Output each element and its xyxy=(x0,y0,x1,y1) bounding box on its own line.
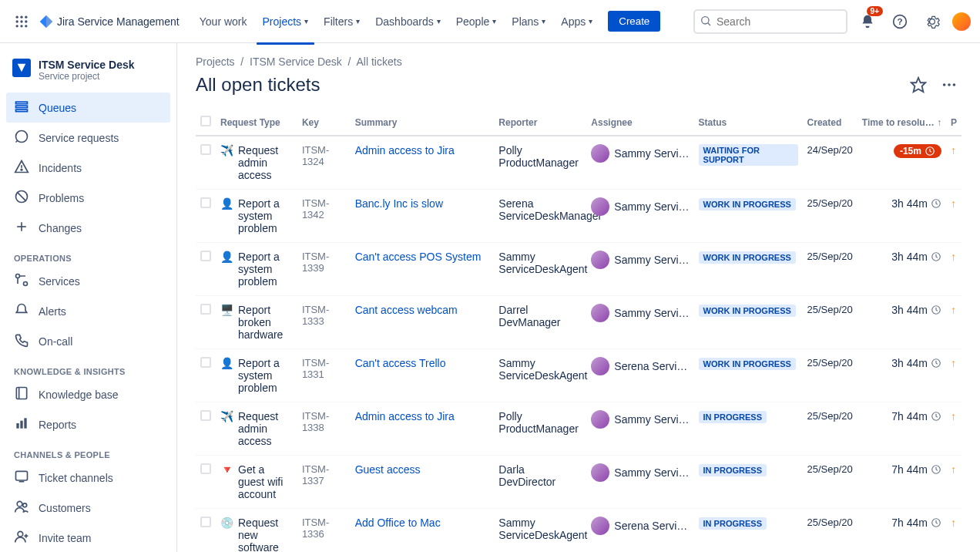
issue-summary[interactable]: Guest access xyxy=(351,456,495,509)
issue-key[interactable]: ITSM-1338 xyxy=(297,402,351,456)
column-header[interactable]: Status xyxy=(694,109,803,136)
issue-key[interactable]: ITSM-1331 xyxy=(297,349,351,402)
table-row[interactable]: 👤Report a system problemITSM-1342Banc.ly… xyxy=(196,190,962,243)
issue-summary[interactable]: Admin access to Jira xyxy=(351,402,495,456)
help-icon[interactable]: ? xyxy=(888,9,912,34)
issue-summary[interactable]: Admin access to Jira xyxy=(351,136,495,190)
row-checkbox[interactable] xyxy=(200,357,211,368)
svg-point-33 xyxy=(18,531,23,537)
sidebar-item-on-call[interactable]: On-call xyxy=(6,326,170,356)
column-header[interactable]: Request Type xyxy=(216,109,297,136)
column-header[interactable]: Summary xyxy=(351,109,495,136)
nav-item-your-work[interactable]: Your work xyxy=(193,11,253,32)
row-checkbox[interactable] xyxy=(200,463,211,474)
status-badge[interactable]: IN PROGRESS xyxy=(699,517,767,530)
issue-key[interactable]: ITSM-1342 xyxy=(297,190,351,243)
status-badge[interactable]: IN PROGRESS xyxy=(699,464,767,476)
project-header[interactable]: ITSM Service Desk Service project xyxy=(6,56,170,93)
issue-summary[interactable]: Can't access POS System xyxy=(351,243,495,296)
sidebar-item-incidents[interactable]: Incidents xyxy=(6,153,170,183)
nav-item-dashboards[interactable]: Dashboards ▾ xyxy=(369,11,447,32)
table-row[interactable]: 💿Request new softwareITSM-1336Add Office… xyxy=(196,509,962,553)
more-icon[interactable] xyxy=(937,72,962,97)
sidebar-item-service-requests[interactable]: Service requests xyxy=(6,123,170,153)
assignee[interactable]: Sammy Servi… xyxy=(591,144,689,163)
assignee[interactable]: Serena Servi… xyxy=(591,357,689,375)
reporter: Sammy ServiceDeskAgent xyxy=(494,243,586,296)
status-badge[interactable]: WORK IN PROGRESS xyxy=(699,305,796,317)
request-type: 👤Report a system problem xyxy=(220,357,293,394)
row-checkbox[interactable] xyxy=(200,251,211,261)
issue-key[interactable]: ITSM-1337 xyxy=(297,456,351,509)
nav-item-plans[interactable]: Plans ▾ xyxy=(505,11,552,32)
nav-item-filters[interactable]: Filters ▾ xyxy=(317,11,366,32)
sidebar-item-alerts[interactable]: Alerts xyxy=(6,296,170,326)
status-badge[interactable]: WAITING FOR SUPPORT xyxy=(699,144,798,166)
search-input[interactable] xyxy=(693,9,847,34)
issue-key[interactable]: ITSM-1339 xyxy=(297,243,351,296)
assignee[interactable]: Sammy Servi… xyxy=(591,197,689,216)
assignee[interactable]: Sammy Servi… xyxy=(591,251,689,269)
breadcrumb-link[interactable]: ITSM Service Desk xyxy=(250,56,342,68)
nav-item-projects[interactable]: Projects ▾ xyxy=(257,11,315,32)
column-header[interactable]: Key xyxy=(297,109,351,136)
table-row[interactable]: 🖥️Report broken hardwareITSM-1333Cant ac… xyxy=(196,296,962,349)
svg-point-39 xyxy=(948,83,951,86)
issue-key[interactable]: ITSM-1324 xyxy=(297,136,351,190)
nav-item-apps[interactable]: Apps ▾ xyxy=(555,11,599,32)
breadcrumb-link[interactable]: All tickets xyxy=(357,56,402,68)
sidebar-item-queues[interactable]: Queues xyxy=(6,93,170,123)
status-badge[interactable]: WORK IN PROGRESS xyxy=(699,251,796,264)
column-header[interactable] xyxy=(196,109,216,136)
issue-summary[interactable]: Add Office to Mac xyxy=(351,509,495,553)
assignee[interactable]: Sammy Servi… xyxy=(591,304,689,322)
column-header[interactable]: Time to resolu… ↑ xyxy=(858,109,946,136)
status-badge[interactable]: WORK IN PROGRESS xyxy=(699,198,796,210)
table-row[interactable]: 🔻Get a guest wifi accountITSM-1337Guest … xyxy=(196,456,962,509)
reporter: Sammy ServiceDeskAgent xyxy=(494,509,586,553)
sidebar-item-label: Changes xyxy=(39,222,82,234)
status-badge[interactable]: IN PROGRESS xyxy=(699,411,767,423)
sidebar-item-ticket-channels[interactable]: Ticket channels xyxy=(6,463,170,493)
column-header[interactable]: Assignee xyxy=(586,109,693,136)
sidebar-item-invite-team[interactable]: Invite team xyxy=(6,523,170,552)
user-avatar[interactable] xyxy=(952,12,971,31)
settings-icon[interactable] xyxy=(920,9,945,34)
row-checkbox[interactable] xyxy=(200,144,211,155)
notifications-icon[interactable]: 9+ xyxy=(855,9,880,34)
status-badge[interactable]: WORK IN PROGRESS xyxy=(699,358,796,370)
request-type: ✈️Request admin access xyxy=(220,144,293,181)
sidebar-item-knowledge-base[interactable]: Knowledge base xyxy=(6,379,170,409)
select-all-checkbox[interactable] xyxy=(200,116,211,126)
nav-item-people[interactable]: People ▾ xyxy=(450,11,503,32)
row-checkbox[interactable] xyxy=(200,410,211,421)
assignee[interactable]: Serena Servi… xyxy=(591,517,689,535)
table-row[interactable]: 👤Report a system problemITSM-1339Can't a… xyxy=(196,243,962,296)
table-row[interactable]: ✈️Request admin accessITSM-1338Admin acc… xyxy=(196,402,962,456)
sidebar-item-problems[interactable]: Problems xyxy=(6,183,170,213)
issue-summary[interactable]: Can't access Trello xyxy=(351,349,495,402)
sidebar-item-changes[interactable]: Changes xyxy=(6,213,170,243)
breadcrumb-link[interactable]: Projects xyxy=(196,56,235,68)
column-header[interactable]: Reporter xyxy=(494,109,586,136)
column-header[interactable]: P xyxy=(946,109,962,136)
issue-key[interactable]: ITSM-1333 xyxy=(297,296,351,349)
row-checkbox[interactable] xyxy=(200,304,211,315)
sidebar-item-reports[interactable]: Reports xyxy=(6,409,170,439)
row-checkbox[interactable] xyxy=(200,517,211,527)
row-checkbox[interactable] xyxy=(200,197,211,208)
app-switcher-icon[interactable] xyxy=(9,9,34,34)
issue-key[interactable]: ITSM-1336 xyxy=(297,509,351,553)
star-icon[interactable] xyxy=(906,72,931,97)
sidebar-item-customers[interactable]: Customers xyxy=(6,493,170,523)
issue-summary[interactable]: Cant access webcam xyxy=(351,296,495,349)
column-header[interactable]: Created xyxy=(803,109,858,136)
table-row[interactable]: 👤Report a system problemITSM-1331Can't a… xyxy=(196,349,962,402)
table-row[interactable]: ✈️Request admin accessITSM-1324Admin acc… xyxy=(196,136,962,190)
sidebar-item-services[interactable]: Services xyxy=(6,266,170,296)
create-button[interactable]: Create xyxy=(608,11,660,32)
assignee[interactable]: Sammy Servi… xyxy=(591,463,689,482)
assignee[interactable]: Sammy Servi… xyxy=(591,410,689,429)
issue-summary[interactable]: Banc.ly Inc is slow xyxy=(351,190,495,243)
brand[interactable]: Jira Service Management xyxy=(39,14,180,29)
